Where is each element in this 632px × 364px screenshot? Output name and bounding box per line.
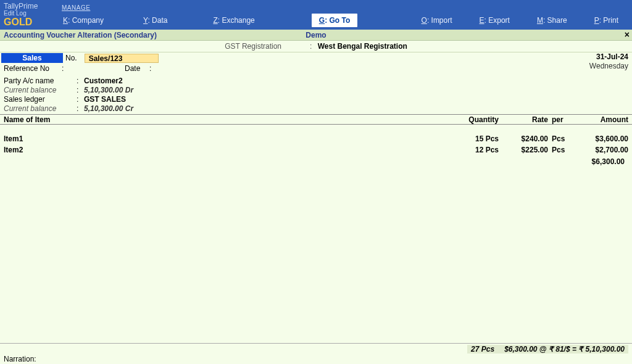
brand-edition: GOLD — [4, 17, 56, 27]
item-name: Item2 — [4, 146, 449, 154]
table-row[interactable]: Item1 15 Pcs $240.00 Pcs $3,600.00 — [4, 133, 628, 144]
col-per: per — [548, 115, 573, 124]
voucher-date-block: 31-Jul-24 Wednesday — [589, 52, 628, 71]
gst-label: GST Registration — [225, 42, 281, 51]
menu-share[interactable]: M: Share — [530, 14, 575, 27]
voucher-header: Sales No. Sales/123 31-Jul-24 Wednesday … — [0, 52, 632, 114]
date-label: Date — [125, 64, 149, 73]
menu-goto[interactable]: G: Go To — [312, 14, 357, 27]
item-amount: $2,700.00 — [573, 146, 628, 154]
sales-ledger-balance-label: Current balance — [4, 104, 77, 113]
subtotal-row: $6,300.00 — [4, 155, 628, 168]
brand-block: TallyPrime Edit Log GOLD — [0, 0, 56, 30]
sales-ledger-label: Sales ledger — [4, 95, 77, 104]
item-amount: $3,600.00 — [573, 134, 628, 143]
menu-bar: MANAGE K: Company Y: Data Z: Exchange G:… — [56, 0, 632, 30]
menu-company[interactable]: K: Company — [56, 14, 111, 27]
item-qty: 15 Pcs — [449, 134, 499, 143]
table-row[interactable]: Item2 12 Pcs $225.00 Pcs $2,700.00 — [4, 144, 628, 155]
reference-no-label: Reference No — [4, 64, 62, 73]
menu-import[interactable]: O: Import — [414, 14, 460, 27]
party-balance-label: Current balance — [4, 86, 77, 94]
page-title: Accounting Voucher Alteration (Secondary… — [4, 31, 157, 39]
party-balance-value: 5,10,300.00 Dr — [84, 86, 133, 94]
col-amount: Amount — [573, 115, 628, 124]
menu-export[interactable]: E: Export — [472, 14, 517, 27]
voucher-date: 31-Jul-24 — [589, 52, 628, 62]
menu-exchange[interactable]: Z: Exchange — [206, 14, 262, 27]
item-name: Item1 — [4, 134, 449, 143]
col-rate: Rate — [499, 115, 548, 124]
item-qty: 12 Pcs — [449, 146, 499, 154]
total-qty: 27 Pcs — [471, 345, 494, 354]
footer: 27 Pcs $6,300.00 @ ₹ 81/$ = ₹ 5,10,300.0… — [0, 343, 632, 364]
item-rate: $240.00 — [499, 134, 548, 143]
subtotal-amount: $6,300.00 — [569, 157, 625, 166]
manage-label[interactable]: MANAGE — [62, 4, 90, 11]
item-per: Pcs — [548, 134, 573, 143]
footer-summary: 27 Pcs $6,300.00 @ ₹ 81/$ = ₹ 5,10,300.0… — [467, 345, 628, 354]
item-rate: $225.00 — [499, 146, 548, 154]
items-table-body: Item1 15 Pcs $240.00 Pcs $3,600.00 Item2… — [0, 125, 632, 168]
menu-data[interactable]: Y: Data — [136, 14, 175, 27]
gst-value: West Bengal Registration — [318, 42, 407, 51]
voucher-no-label: No. — [65, 54, 77, 62]
item-per: Pcs — [548, 146, 573, 154]
narration-label: Narration: — [4, 355, 36, 363]
title-bar: Accounting Voucher Alteration (Secondary… — [0, 30, 632, 41]
gst-registration-line: GST Registration : West Bengal Registrat… — [0, 41, 632, 52]
party-label: Party A/c name — [4, 77, 77, 85]
col-name: Name of Item — [4, 115, 449, 124]
sales-ledger-value[interactable]: GST SALES — [84, 95, 126, 104]
top-bar: TallyPrime Edit Log GOLD MANAGE K: Compa… — [0, 0, 632, 30]
col-quantity: Quantity — [449, 115, 499, 124]
brand-subtitle: Edit Log — [4, 10, 56, 17]
brand-name: TallyPrime — [4, 2, 56, 10]
sales-ledger-balance-value: 5,10,300.00 Cr — [84, 104, 133, 113]
close-icon[interactable]: × — [625, 30, 630, 39]
items-table-header: Name of Item Quantity Rate per Amount — [0, 114, 632, 125]
menu-print[interactable]: P: Print — [587, 14, 626, 27]
voucher-no-input[interactable]: Sales/123 — [85, 54, 159, 63]
voucher-day: Wednesday — [589, 62, 628, 71]
total-summary: $6,300.00 @ ₹ 81/$ = ₹ 5,10,300.00 — [504, 345, 625, 354]
party-value[interactable]: Customer2 — [84, 77, 123, 85]
voucher-type-badge[interactable]: Sales — [1, 53, 63, 63]
